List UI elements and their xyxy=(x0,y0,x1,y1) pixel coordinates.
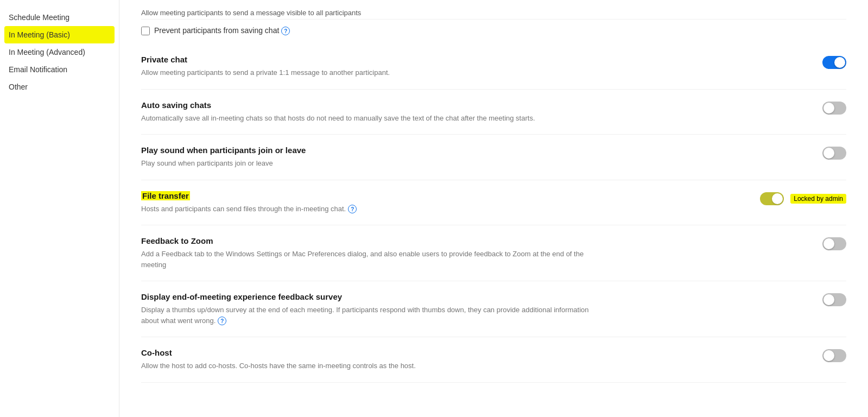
end-of-meeting-survey-info: Display end-of-meeting experience feedba… xyxy=(141,292,630,326)
file-transfer-desc: Hosts and participants can send files th… xyxy=(141,204,608,214)
feedback-zoom-controls xyxy=(803,236,846,250)
main-content: Allow meeting participants to send a mes… xyxy=(119,0,868,417)
file-transfer-controls: Locked by admin xyxy=(760,191,846,205)
file-transfer-title: File transfer xyxy=(141,191,608,200)
end-of-meeting-survey-controls xyxy=(803,292,846,306)
play-sound-controls xyxy=(803,146,846,160)
prevent-saving-chat-label: Prevent participants from saving chat? xyxy=(154,26,290,35)
file-transfer-locked-label: Locked by admin xyxy=(790,194,846,204)
auto-saving-chats-desc: Automatically save all in-meeting chats … xyxy=(141,113,608,124)
end-of-meeting-survey-info-icon[interactable]: ? xyxy=(218,317,226,325)
sidebar-item-email-notification[interactable]: Email Notification xyxy=(0,61,119,78)
co-host-desc: Allow the host to add co-hosts. Co-hosts… xyxy=(141,361,608,371)
play-sound-title: Play sound when participants join or lea… xyxy=(141,146,608,155)
private-chat-title: Private chat xyxy=(141,55,608,64)
co-host-toggle[interactable] xyxy=(822,349,846,362)
file-transfer-toggle[interactable] xyxy=(760,192,784,205)
play-sound-desc: Play sound when participants join or lea… xyxy=(141,158,608,169)
setting-row-prevent-saving-chat: Prevent participants from saving chat? xyxy=(141,22,846,44)
prevent-saving-chat-info-icon[interactable]: ? xyxy=(281,27,290,35)
feedback-zoom-info: Feedback to ZoomAdd a Feedback tab to th… xyxy=(141,236,630,270)
auto-saving-chats-title: Auto saving chats xyxy=(141,100,608,110)
sidebar-item-in-meeting-advanced[interactable]: In Meeting (Advanced) xyxy=(0,43,119,61)
private-chat-desc: Allow meeting participants to send a pri… xyxy=(141,67,608,78)
end-of-meeting-survey-title: Display end-of-meeting experience feedba… xyxy=(141,292,608,301)
private-chat-toggle[interactable] xyxy=(822,56,846,69)
auto-saving-chats-info: Auto saving chatsAutomatically save all … xyxy=(141,100,630,124)
setting-row-end-of-meeting-survey: Display end-of-meeting experience feedba… xyxy=(141,281,846,337)
end-of-meeting-survey-desc: Display a thumbs up/down survey at the e… xyxy=(141,305,608,326)
feedback-zoom-toggle[interactable] xyxy=(822,237,846,250)
end-of-meeting-survey-toggle[interactable] xyxy=(822,293,846,306)
private-chat-controls xyxy=(803,55,846,69)
prevent-saving-chat-checkbox[interactable] xyxy=(141,27,150,35)
co-host-title: Co-host xyxy=(141,348,608,357)
sidebar-item-in-meeting-basic[interactable]: In Meeting (Basic) xyxy=(4,26,115,43)
setting-row-co-host: Co-hostAllow the host to add co-hosts. C… xyxy=(141,337,846,383)
play-sound-info: Play sound when participants join or lea… xyxy=(141,146,630,169)
sidebar: Schedule MeetingIn Meeting (Basic)In Mee… xyxy=(0,0,119,417)
co-host-info: Co-hostAllow the host to add co-hosts. C… xyxy=(141,348,630,371)
top-note: Allow meeting participants to send a mes… xyxy=(141,0,846,20)
private-chat-info: Private chatAllow meeting participants t… xyxy=(141,55,630,78)
auto-saving-chats-controls xyxy=(803,100,846,115)
file-transfer-info: File transferHosts and participants can … xyxy=(141,191,630,214)
feedback-zoom-desc: Add a Feedback tab to the Windows Settin… xyxy=(141,249,608,270)
setting-row-play-sound: Play sound when participants join or lea… xyxy=(141,135,846,180)
file-transfer-info-icon[interactable]: ? xyxy=(348,205,357,213)
setting-row-file-transfer: File transferHosts and participants can … xyxy=(141,180,846,226)
setting-row-private-chat: Private chatAllow meeting participants t… xyxy=(141,44,846,90)
sidebar-item-other[interactable]: Other xyxy=(0,78,119,96)
sidebar-item-schedule-meeting[interactable]: Schedule Meeting xyxy=(0,9,119,26)
play-sound-toggle[interactable] xyxy=(822,147,846,160)
feedback-zoom-title: Feedback to Zoom xyxy=(141,236,608,245)
setting-row-feedback-zoom: Feedback to ZoomAdd a Feedback tab to th… xyxy=(141,225,846,281)
setting-row-auto-saving-chats: Auto saving chatsAutomatically save all … xyxy=(141,90,846,135)
co-host-controls xyxy=(803,348,846,362)
auto-saving-chats-toggle[interactable] xyxy=(822,102,846,115)
